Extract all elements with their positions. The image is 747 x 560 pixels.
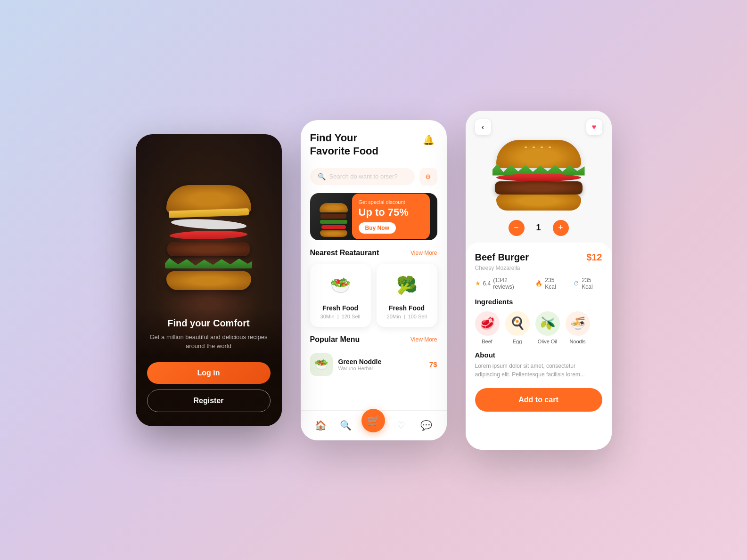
- food-hero-image: [143, 148, 275, 327]
- phone2-scrollable-body: Find Your Favorite Food 🔔 🔍 Search do wa…: [301, 120, 447, 410]
- popular-menu-section: Popular Menu View More 🥗 Green Noddle Wa…: [310, 335, 437, 381]
- clock-icon: ⏱: [574, 280, 579, 287]
- ingredient-egg: 🍳 Egg: [505, 311, 530, 344]
- calories-value: 235 Kcal: [545, 277, 565, 290]
- popular-menu-section-header: Popular Menu View More: [310, 335, 437, 344]
- filter-button[interactable]: ⚙: [419, 168, 437, 186]
- add-to-cart-button[interactable]: Add to cart: [475, 388, 602, 412]
- phone1-title: Find your Comfort: [147, 318, 271, 329]
- noodle-label: Noodls: [569, 339, 585, 344]
- ingredient-beef: 🥩 Beef: [475, 311, 500, 344]
- restaurant-icon-2: 🥦: [393, 271, 421, 300]
- nav-heart-icon[interactable]: ♡: [392, 416, 410, 435]
- banner-discount-title: Up to 75%: [359, 206, 423, 219]
- noodle-icon: 🍜: [566, 311, 590, 336]
- search-magnifier-icon: 🔍: [318, 173, 326, 180]
- menu-item-info-1: Green Noddle Waruno Herbal: [338, 358, 424, 371]
- nearest-view-more[interactable]: View More: [410, 250, 437, 256]
- egg-label: Egg: [513, 339, 522, 344]
- food-subtitle: Cheesy Mozarella: [475, 265, 602, 271]
- restaurant-grid: 🥗 Fresh Food 30Min | 120 Sell 🥦 Fresh Fo…: [310, 264, 437, 327]
- phone2-home: Find Your Favorite Food 🔔 🔍 Search do wa…: [301, 120, 447, 440]
- back-button[interactable]: ‹: [475, 119, 491, 135]
- home-screen-title: Find Your Favorite Food: [310, 131, 378, 158]
- popular-menu-title: Popular Menu: [310, 335, 360, 344]
- restaurant-card-2[interactable]: 🥦 Fresh Food 20Min | 100 Sell: [377, 264, 437, 327]
- star-icon: ★: [475, 280, 481, 287]
- banner-subtitle: Get special discount: [359, 199, 423, 205]
- buy-now-button[interactable]: Buy Now: [359, 222, 396, 234]
- food-price: $12: [586, 252, 602, 263]
- beef-label: Beef: [482, 339, 493, 344]
- nearest-restaurant-title: Nearest Reataurant: [310, 249, 379, 257]
- menu-item-sub-1: Waruno Herbal: [338, 365, 424, 371]
- food-rating: ★ 6.4 (1342 reviews): [475, 277, 527, 290]
- ingredients-title: Ingredients: [475, 298, 602, 306]
- food-name: Beef Burger: [475, 252, 529, 263]
- nav-home-icon[interactable]: 🏠: [311, 416, 330, 435]
- food-stats: ★ 6.4 (1342 reviews) 🔥 235 Kcal ⏱ 235 Kc…: [475, 277, 602, 290]
- food-title-row: Beef Burger $12: [475, 252, 602, 263]
- food-time-kcal: ⏱ 235 Kcal: [574, 277, 602, 290]
- fire-icon: 🔥: [535, 280, 542, 287]
- restaurant-info-2: 20Min | 100 Sell: [382, 314, 432, 319]
- egg-icon: 🍳: [505, 311, 530, 336]
- search-bar: 🔍 Search do want to orser? ⚙: [310, 168, 437, 186]
- phone1-login: Find your Comfort Get a million beautifu…: [136, 134, 282, 426]
- login-button[interactable]: Log in: [147, 362, 271, 384]
- phone1-subtitle: Get a million beautiful and delicious re…: [147, 333, 271, 351]
- promo-banner: Get special discount Up to 75% Buy Now: [310, 193, 437, 240]
- burger-patty: [167, 242, 250, 256]
- time-kcal-value: 235 Kcal: [582, 277, 602, 290]
- ingredient-olive-oil: 🫒 Olive Oil: [535, 311, 560, 344]
- nearest-restaurant-section-header: Nearest Reataurant View More: [310, 249, 437, 257]
- quantity-control: − 1 +: [466, 220, 612, 236]
- restaurant-info-1: 30Min | 120 Sell: [316, 314, 365, 319]
- favorite-button[interactable]: ♥: [586, 119, 602, 135]
- beef-icon: 🥩: [475, 311, 500, 336]
- about-title: About: [475, 351, 602, 359]
- banner-discount-info: Get special discount Up to 75% Buy Now: [352, 194, 430, 239]
- restaurant-name-2: Fresh Food: [382, 304, 432, 312]
- hero-patty: [495, 181, 583, 195]
- menu-item-icon-1: 🥗: [310, 353, 333, 376]
- menu-item-name-1: Green Noddle: [338, 358, 424, 365]
- phone3-detail: ‹ ♥ − 1 + Beef Burg: [466, 111, 612, 450]
- food-hero-section: [466, 135, 612, 220]
- nav-search-icon[interactable]: 🔍: [337, 416, 355, 435]
- bottom-navigation: 🏠 🔍 🛒 ♡ 💬: [301, 410, 447, 440]
- rating-value: 6.4: [483, 280, 491, 287]
- menu-item-1[interactable]: 🥗 Green Noddle Waruno Herbal 7$: [310, 349, 437, 381]
- phone1-content-area: Find your Comfort Get a million beautifu…: [136, 308, 282, 426]
- search-input-wrapper[interactable]: 🔍 Search do want to orser?: [310, 168, 415, 185]
- nav-chat-icon[interactable]: 💬: [417, 416, 436, 435]
- ingredient-noodle: 🍜 Noodls: [566, 311, 590, 344]
- restaurant-name-1: Fresh Food: [316, 304, 365, 312]
- burger-lettuce: [165, 258, 252, 268]
- quantity-increase-button[interactable]: +: [553, 220, 569, 236]
- reviews-count: (1342 reviews): [493, 277, 527, 290]
- restaurant-card-1[interactable]: 🥗 Fresh Food 30Min | 120 Sell: [310, 264, 371, 327]
- ingredients-grid: 🥩 Beef 🍳 Egg 🫒 Olive Oil 🍜 Noodls: [475, 311, 602, 344]
- notification-bell-icon[interactable]: 🔔: [420, 131, 437, 148]
- popular-view-more[interactable]: View More: [410, 336, 437, 343]
- nav-cart-button[interactable]: 🛒: [361, 409, 385, 432]
- burger-tomato: [170, 230, 247, 240]
- hero-tomato: [496, 174, 581, 181]
- search-placeholder-text: Search do want to orser?: [329, 173, 398, 180]
- register-button[interactable]: Register: [147, 390, 271, 412]
- about-section: About Lorem ipsum dolor sit amet, consec…: [475, 351, 602, 379]
- ingredients-section: Ingredients 🥩 Beef 🍳 Egg 🫒 Olive Oil 🍜 N…: [475, 298, 602, 344]
- phone2-header: Find Your Favorite Food 🔔: [310, 131, 437, 158]
- quantity-decrease-button[interactable]: −: [509, 220, 525, 236]
- menu-item-price-1: 7$: [429, 360, 437, 368]
- food-calories: 🔥 235 Kcal: [535, 277, 565, 290]
- quantity-value: 1: [534, 223, 543, 233]
- banner-burger-image: [312, 203, 355, 238]
- burger-onion: [171, 218, 246, 231]
- hero-bun-bottom: [496, 195, 581, 211]
- olive-oil-icon: 🫒: [535, 311, 560, 336]
- burger-bun-bottom: [166, 271, 251, 290]
- restaurant-icon-1: 🥗: [326, 271, 354, 300]
- hero-bun-top: [496, 140, 581, 168]
